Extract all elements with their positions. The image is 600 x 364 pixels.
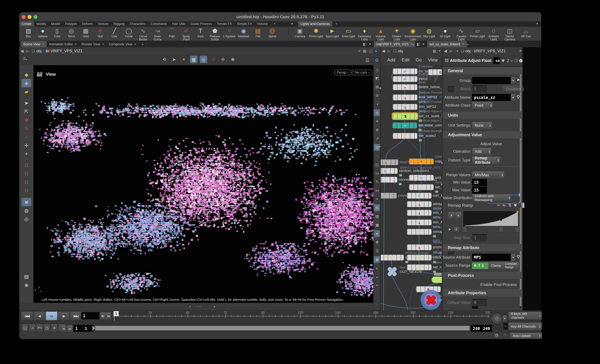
node-type-manager-icon[interactable]: ❏ <box>30 49 36 53</box>
range-end-alt-field[interactable]: 240 <box>481 325 492 332</box>
search-icon[interactable]: ⌕ <box>509 58 513 63</box>
view-tool-icon[interactable]: ◙ <box>21 198 31 206</box>
magnify-display-icon[interactable]: ◎ <box>200 56 207 63</box>
shelf-tool-torus[interactable]: ◎Torus <box>64 27 79 41</box>
info-icon[interactable]: ⓘ <box>513 58 518 63</box>
set-key-button[interactable]: ⚿ <box>491 313 503 324</box>
pin-icon[interactable]: ⇥ <box>454 49 459 53</box>
camera-pill-button[interactable]: No cam▾ <box>352 70 373 75</box>
keys-summary-dropdown[interactable]: 0 keys, 0/0 channels ▲ <box>508 312 542 320</box>
default-value-field[interactable]: 0 <box>472 299 487 306</box>
visualizers-icon[interactable]: ☰ <box>374 247 381 254</box>
settings-gear-icon[interactable]: ⚙ <box>373 56 381 64</box>
network-menu-edit[interactable]: Edit <box>402 57 409 63</box>
source-attribute-field[interactable]: MPS <box>472 254 512 261</box>
params-breadcrumb-node[interactable]: VRIFY_VPS_VIZ1 <box>474 49 506 53</box>
playbar-pane-icon[interactable]: ◱ <box>22 324 28 332</box>
range-end-field[interactable]: 240 <box>471 325 482 332</box>
node-copy_block_to_p[interactable]: ✶ <box>409 159 434 164</box>
new-shelf-tab-icon[interactable]: ＋ <box>332 20 341 27</box>
undo-loop-icon[interactable]: ↶▾ <box>36 324 43 332</box>
tab-composite-view[interactable]: Composite View✕ <box>107 41 139 47</box>
vectors-icon[interactable]: ↗ <box>374 135 381 142</box>
shelf-tab-model[interactable]: Model <box>49 21 63 27</box>
node-set_name12[interactable]: ⚡ <box>381 255 404 261</box>
shelf-tool-circle[interactable]: ◯Circle <box>122 27 136 41</box>
snap-multi-icon[interactable]: Ω <box>21 186 31 195</box>
playhead-marker[interactable]: 1 <box>113 311 119 316</box>
select-arrow-icon[interactable]: ➤ <box>516 77 520 82</box>
node-min_MPS14[interactable]: ◮ <box>407 219 431 225</box>
layout-snapshot-icon[interactable]: ▤ <box>21 272 31 281</box>
breadcrumb-node[interactable]: VRIFY_VPS_VIZ1 <box>51 49 83 53</box>
remap-ramp-graph[interactable] <box>463 211 518 227</box>
step-forward-button[interactable]: ❙▶ <box>106 312 111 320</box>
node-stack_UVS4[interactable]: ⚡ <box>407 255 431 261</box>
recook-icon[interactable]: ⟳ <box>504 333 507 338</box>
flat-shaded-icon[interactable]: ▥ <box>374 204 381 211</box>
zoom-lens-icon[interactable]: ◎ <box>21 215 31 223</box>
motionfx-icon[interactable]: ∿ <box>504 323 508 329</box>
stow-grip[interactable]: ▪▪▪▪ <box>197 305 201 308</box>
source-attribute-dropdown-icon[interactable]: ▼ <box>511 254 516 261</box>
play-button[interactable]: ▶ <box>58 311 70 320</box>
translate-pivot-icon[interactable]: ⇱ <box>21 107 31 116</box>
node-blast1[interactable]: ▲ <box>381 159 398 165</box>
tab-render-view[interactable]: Render View✕ <box>79 41 107 47</box>
light-select-icon[interactable]: ◒ <box>374 273 381 280</box>
pane-collapse-left-icon[interactable]: ◀ <box>379 86 381 90</box>
params-scrollbar-thumb[interactable] <box>520 67 521 306</box>
section-remap-attribute[interactable]: Remap Attribute <box>443 244 523 251</box>
ramp-add-point-button[interactable]: ＋ <box>455 212 462 219</box>
ramp-delete-point-button[interactable]: × <box>448 212 455 219</box>
step-back-button[interactable]: ◀❙ <box>100 312 106 320</box>
current-frame-field[interactable]: 1 <box>81 312 99 319</box>
shelf-tab-polygon[interactable]: Polygon <box>63 21 79 27</box>
shelf-tool-distant-light[interactable]: ☀Distant Light <box>389 27 405 41</box>
unit-settings-dropdown[interactable]: None ▲▼ <box>472 122 492 129</box>
params-breadcrumb-root[interactable]: obj <box>465 49 470 53</box>
attribute-class-dropdown[interactable]: Point ▲▼ <box>472 102 493 109</box>
forward-icon[interactable]: ▶ <box>25 49 30 53</box>
shelf-tool-environment-light[interactable]: ◉Environment Light <box>405 27 421 41</box>
pane-menu-icon[interactable]: ▾ <box>421 42 426 46</box>
scale-tool-icon[interactable]: ↕ <box>21 133 31 141</box>
pane-split-icon[interactable]: ◧ <box>415 42 422 46</box>
node-green-capsule[interactable] <box>431 276 442 283</box>
blend-mode-dropdown[interactable]: Constant ▲▼ <box>503 85 523 93</box>
node-set_name7[interactable]: ⚡ <box>407 264 431 270</box>
group-dropdown-icon[interactable]: ▼ <box>511 77 516 84</box>
snap-point-icon[interactable]: Ω <box>21 178 31 186</box>
section-attribute-properties[interactable]: Attribute Properties <box>443 289 523 296</box>
pattern-type-dropdown[interactable]: Remap Attribute ▲▼ <box>472 157 500 164</box>
select-geometry-icon[interactable]: ◈ <box>21 79 31 87</box>
set-view-icon[interactable]: ◍ <box>21 206 31 215</box>
shelf-tool-spray-paint[interactable]: ✐Spray Paint <box>179 27 193 41</box>
tick-settings-icon[interactable]: ≡ <box>51 324 57 332</box>
playback-range-slider[interactable] <box>95 326 469 330</box>
clamp-dropdown[interactable]: Clamp ▲▼ <box>488 262 507 269</box>
shelf-tool-geometry-light[interactable]: ♦Geometry Light <box>356 27 373 41</box>
node-rot_table2[interactable]: ⇄ <box>393 68 417 74</box>
node-max_MPS2[interactable]: ◮ <box>393 94 417 100</box>
display-options-gem-icon[interactable]: ◈ <box>374 230 381 237</box>
shelf-tool-ambient-light[interactable]: ◌Ambient Light <box>486 27 502 41</box>
pane-menu-icon[interactable]: ▾ <box>368 42 372 46</box>
shelf-tool-l-system[interactable]: ⑂L-System <box>222 27 236 41</box>
node-set_xz_scale_linked1[interactable]: ◨ <box>393 113 417 119</box>
shelf-tool-vr-can[interactable]: ⌓VR Can <box>518 27 534 41</box>
network-overview-icon[interactable]: ▦ <box>431 49 437 53</box>
key-options-icon[interactable]: ▼ <box>503 315 507 322</box>
source-range-max-field[interactable]: 1 <box>480 262 489 269</box>
shelf-tool-area-light[interactable]: ▭Area Light <box>340 27 356 41</box>
projection-pill-button[interactable]: Persp▾ <box>334 70 352 75</box>
node-partial[interactable]: ▦ <box>428 69 442 75</box>
shelf-tool-spiral[interactable]: @Spiral <box>265 27 280 41</box>
operation-dropdown[interactable]: Add ▲▼ <box>472 148 491 155</box>
pane-divider[interactable]: ◀ ▪▪▪▪▪ ▶ <box>380 47 381 310</box>
shelf-tool-platonic-solids[interactable]: ⬟Platonic Solids <box>208 27 222 41</box>
location-pin-icon[interactable]: ⚲ <box>516 254 520 259</box>
new-pane-tab-icon[interactable]: ＋ <box>139 41 147 47</box>
audio-icon[interactable]: ♫ <box>29 324 36 332</box>
shelf-tab-terrain-fx[interactable]: Terrain FX <box>214 21 234 27</box>
